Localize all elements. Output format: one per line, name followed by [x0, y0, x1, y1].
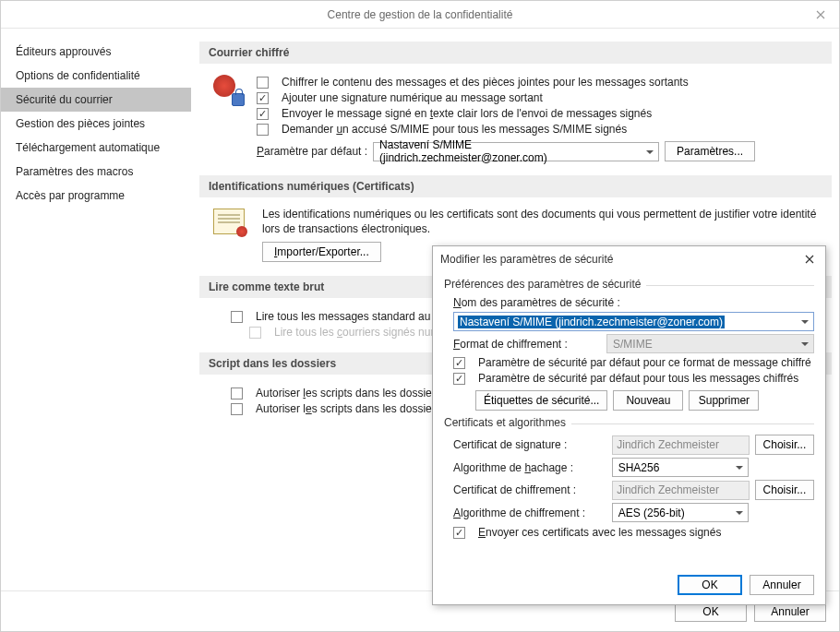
opt-read-signed-label: Lire tous les courriers signés numériq	[274, 326, 458, 339]
modal-cancel-button[interactable]: Annuler	[750, 575, 814, 595]
sidebar-item-programmatic-access[interactable]: Accès par programme	[1, 184, 191, 208]
checkbox-default-format[interactable]	[453, 357, 465, 369]
digital-ids-desc: Les identifications numériques ou les ce…	[262, 207, 822, 236]
close-icon	[805, 255, 814, 264]
modal-footer: OK Annuler	[433, 569, 825, 604]
close-button[interactable]	[802, 1, 839, 29]
security-settings-dialog: Modifier les paramètres de sécurité Préf…	[432, 245, 826, 605]
sidebar-item-email-security[interactable]: Sécurité du courrier	[1, 88, 191, 112]
opt-default-format-label: Paramètre de sécurité par défaut pour ce…	[478, 356, 811, 369]
modal-title: Modifier les paramètres de sécurité	[440, 253, 613, 266]
name-label: Nom des paramètres de sécurité :	[453, 296, 620, 309]
checkbox-read-signed	[249, 327, 261, 339]
modal-ok-button[interactable]: OK	[678, 575, 742, 595]
sidebar-item-attachment-handling[interactable]: Gestion des pièces jointes	[1, 112, 191, 136]
checkbox-encrypt[interactable]	[257, 77, 269, 89]
opt-default-all-label: Paramètre de sécurité par défaut pour to…	[478, 372, 798, 385]
divider	[646, 285, 814, 286]
opt-encrypt-label: Chiffrer le contenu des messages et des …	[282, 76, 689, 89]
choose-sign-cert-button[interactable]: Choisir...	[755, 435, 814, 455]
divider	[571, 423, 814, 424]
opt-sign-label: Ajouter une signature numérique au messa…	[282, 91, 543, 104]
enc-algo-label: Algorithme de chiffrement :	[453, 507, 606, 519]
modal-body: Préférences des paramètres de sécurité N…	[433, 272, 825, 569]
sign-cert-field: Jindřich Zechmeister	[612, 435, 750, 455]
group-body-encrypted-mail: Chiffrer le contenu des messages et des …	[199, 69, 832, 168]
sidebar-item-automatic-download[interactable]: Téléchargement automatique	[1, 136, 191, 160]
sidebar-item-macro-settings[interactable]: Paramètres des macros	[1, 160, 191, 184]
close-icon	[816, 10, 825, 19]
prefs-fieldset-label: Préférences des paramètres de sécurité	[444, 278, 641, 292]
enc-algo-dropdown[interactable]: AES (256-bit)	[612, 503, 749, 522]
sidebar-item-privacy-options[interactable]: Options de confidentialité	[1, 64, 191, 88]
settings-button[interactable]: Paramètres...	[665, 141, 755, 161]
settings-name-dropdown[interactable]: Nastavení S/MIME (jindrich.zechmeister@z…	[453, 312, 814, 331]
delete-button[interactable]: Supprimer	[689, 390, 759, 411]
format-dropdown: S/MIME	[606, 334, 814, 353]
default-param-value: Nastavení S/MIME (jindrich.zechmeister@z…	[379, 138, 642, 164]
opt-send-certs-label: Envoyer ces certificats avec les message…	[478, 526, 721, 539]
certificate-icon	[209, 207, 249, 265]
settings-name-value: Nastavení S/MIME (jindrich.zechmeister@z…	[458, 316, 725, 328]
opt-receipt-row[interactable]: Demander un accusé S/MIME pour tous les …	[257, 123, 822, 136]
checkbox-script-shared[interactable]	[231, 388, 243, 399]
group-header-digital-ids: Identifications numériques (Certificats)	[199, 175, 832, 197]
default-param-label: Paramètre par défaut :	[257, 145, 367, 158]
checkbox-send-certs[interactable]	[453, 527, 465, 539]
sign-cert-label: Certificat de signature :	[453, 438, 606, 451]
enc-algo-value: AES (256-bit)	[618, 507, 685, 519]
opt-sign-row[interactable]: Ajouter une signature numérique au messa…	[257, 91, 822, 104]
checkbox-receipt[interactable]	[257, 124, 269, 136]
window-title: Centre de gestion de la confidentialité	[328, 8, 513, 21]
group-header-encrypted-mail: Courrier chiffré	[199, 42, 832, 64]
new-button[interactable]: Nouveau	[613, 390, 683, 411]
choose-enc-cert-button[interactable]: Choisir...	[755, 480, 814, 500]
checkbox-sign[interactable]	[257, 92, 269, 104]
checkbox-cleartext[interactable]	[257, 108, 269, 120]
checkbox-default-all[interactable]	[453, 373, 465, 385]
checkbox-read-standard[interactable]	[231, 311, 243, 323]
format-label: Format de chiffrement :	[453, 338, 601, 351]
seal-lock-icon	[209, 73, 249, 164]
default-param-dropdown[interactable]: Nastavení S/MIME (jindrich.zechmeister@z…	[373, 142, 659, 161]
trust-center-window: Centre de gestion de la confidentialité …	[0, 0, 840, 632]
opt-default-format-row[interactable]: Paramètre de sécurité par défaut pour ce…	[453, 356, 814, 369]
opt-encrypt-row[interactable]: Chiffrer le contenu des messages et des …	[257, 76, 822, 89]
modal-titlebar: Modifier les paramètres de sécurité	[433, 246, 825, 272]
format-value: S/MIME	[613, 338, 653, 351]
opt-cleartext-row[interactable]: Envoyer le message signé en texte clair …	[257, 107, 822, 120]
security-labels-button[interactable]: Étiquettes de sécurité...	[475, 390, 607, 411]
enc-cert-field: Jindřich Zechmeister	[612, 481, 750, 500]
hash-algo-dropdown[interactable]: SHA256	[612, 458, 749, 477]
certs-fieldset-label: Certificats et algorithmes	[444, 416, 566, 431]
enc-cert-label: Certificat de chiffrement :	[453, 483, 606, 496]
checkbox-script-public[interactable]	[231, 403, 243, 415]
opt-cleartext-label: Envoyer le message signé en texte clair …	[282, 107, 652, 120]
import-export-button[interactable]: Importer/Exporter...	[262, 242, 381, 262]
sidebar: Éditeurs approuvés Options de confidenti…	[1, 29, 192, 591]
hash-value: SHA256	[618, 461, 660, 474]
modal-close-button[interactable]	[801, 253, 818, 267]
opt-send-certs-row[interactable]: Envoyer ces certificats avec les message…	[453, 526, 814, 539]
opt-receipt-label: Demander un accusé S/MIME pour tous les …	[282, 123, 627, 136]
opt-default-all-row[interactable]: Paramètre de sécurité par défaut pour to…	[453, 372, 814, 385]
hash-label: Algorithme de hachage :	[453, 461, 606, 474]
sidebar-item-trusted-publishers[interactable]: Éditeurs approuvés	[1, 40, 191, 64]
titlebar: Centre de gestion de la confidentialité	[1, 1, 839, 29]
